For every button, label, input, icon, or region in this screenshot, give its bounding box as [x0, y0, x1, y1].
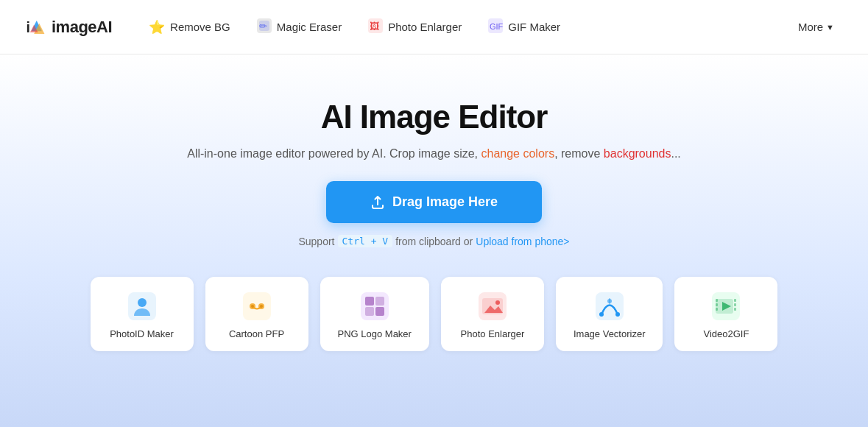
svg-rect-23	[375, 307, 384, 316]
svg-point-28	[599, 312, 604, 317]
svg-rect-34	[716, 299, 718, 302]
svg-rect-14	[243, 292, 271, 320]
image-vectorizer-icon	[595, 292, 624, 321]
svg-rect-38	[734, 303, 736, 306]
svg-text:🖼: 🖼	[370, 21, 379, 32]
nav-item-magic-eraser[interactable]: ✏ Magic Eraser	[247, 14, 352, 40]
svg-text:i: i	[27, 19, 30, 35]
svg-point-18	[260, 305, 263, 308]
tool-card-cartoon[interactable]: Cartoon PFP	[205, 277, 308, 351]
photoid-maker-label: PhotoID Maker	[110, 328, 174, 339]
navbar: i imageAI ⭐ Remove BG ✏ Magic Eraser 🖼 P…	[0, 0, 868, 54]
cartoon-pfp-label: Cartoon PFP	[229, 328, 284, 339]
keyboard-shortcut: Ctrl + V	[338, 235, 393, 247]
png-logo-maker-icon	[360, 292, 389, 321]
tool-card-image-vectorizer[interactable]: Image Vectorizer	[556, 277, 663, 351]
logo-text: imageAI	[52, 18, 112, 37]
nav-label-magic-eraser: Magic Eraser	[277, 21, 342, 33]
svg-rect-27	[596, 292, 624, 320]
nav-item-remove-bg[interactable]: ⭐ Remove BG	[138, 15, 241, 40]
tool-card-photoid[interactable]: PhotoID Maker	[91, 277, 194, 351]
svg-rect-36	[716, 308, 718, 311]
svg-point-30	[615, 312, 620, 317]
svg-point-17	[251, 305, 254, 308]
magic-eraser-icon: ✏	[257, 18, 272, 35]
nav-label-gif-maker: GIF Maker	[508, 21, 560, 33]
more-menu-button[interactable]: More ▼	[788, 16, 844, 38]
upload-icon	[370, 195, 385, 210]
tool-card-photo-enlarger[interactable]: Photo Enlarger	[441, 277, 544, 351]
photo-enlarger-card-icon	[478, 292, 507, 321]
gif-maker-icon: GIF	[488, 18, 503, 35]
upload-from-phone-link[interactable]: Upload from phone>	[476, 236, 569, 247]
subtitle-change-colors: change colors	[481, 147, 555, 160]
hero-subtitle: All-in-one image editor powered by AI. C…	[187, 147, 681, 160]
video2gif-icon	[711, 292, 741, 321]
hero-section: AI Image Editor All-in-one image editor …	[0, 54, 868, 427]
png-logo-maker-label: PNG Logo Maker	[338, 328, 412, 339]
drag-button-label: Drag Image Here	[392, 194, 498, 210]
svg-text:GIF: GIF	[490, 22, 503, 31]
svg-rect-22	[365, 307, 374, 316]
svg-rect-37	[734, 299, 736, 302]
tool-card-video2gif[interactable]: Video2GIF	[674, 277, 777, 351]
cartoon-pfp-icon	[242, 292, 272, 321]
svg-rect-35	[716, 303, 718, 306]
nav-label-remove-bg: Remove BG	[170, 21, 230, 33]
photoid-maker-icon	[127, 292, 157, 321]
svg-rect-21	[375, 297, 384, 306]
tool-card-png-logo[interactable]: PNG Logo Maker	[320, 277, 429, 351]
drag-image-button[interactable]: Drag Image Here	[326, 181, 542, 223]
svg-rect-20	[365, 297, 374, 306]
support-text: Support Ctrl + V from clipboard or Uploa…	[298, 235, 569, 247]
subtitle-backgrounds: backgrounds	[604, 147, 671, 160]
logo[interactable]: i imageAI	[24, 15, 112, 39]
support-from: from clipboard	[395, 236, 461, 247]
chevron-down-icon: ▼	[826, 23, 834, 32]
svg-rect-19	[361, 292, 389, 320]
nav-item-photo-enlarger[interactable]: 🖼 Photo Enlarger	[358, 14, 472, 40]
remove-bg-icon: ⭐	[149, 19, 165, 35]
more-label: More	[798, 21, 823, 33]
tool-cards-container: PhotoID Maker Cartoon PFP	[32, 277, 837, 351]
support-or: or	[464, 236, 473, 247]
image-vectorizer-label: Image Vectorizer	[574, 328, 646, 339]
svg-point-26	[495, 300, 500, 305]
support-prefix: Support	[298, 236, 334, 247]
photo-enlarger-card-label: Photo Enlarger	[461, 328, 525, 339]
hero-title: AI Image Editor	[321, 99, 548, 135]
svg-rect-39	[734, 308, 736, 311]
svg-text:✏: ✏	[259, 21, 267, 32]
nav-item-gif-maker[interactable]: GIF GIF Maker	[478, 14, 571, 40]
nav-label-photo-enlarger: Photo Enlarger	[388, 21, 462, 33]
video2gif-label: Video2GIF	[704, 328, 749, 339]
svg-point-13	[138, 298, 147, 307]
photo-enlarger-nav-icon: 🖼	[368, 18, 383, 35]
